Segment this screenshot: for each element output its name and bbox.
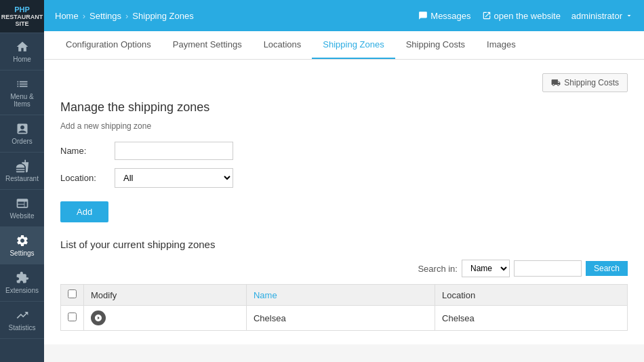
shipping-costs-btn-label: Shipping Costs (564, 78, 619, 87)
th-name[interactable]: Name (246, 285, 435, 306)
logo-site: SITE (15, 20, 28, 27)
sidebar-logo: PHP RESTAURANT SITE (0, 0, 44, 33)
statistics-icon (16, 308, 29, 322)
sidebar-label-restaurant: Restaurant (5, 175, 39, 182)
row-checkbox-cell (61, 306, 84, 331)
breadcrumb-home[interactable]: Home (55, 11, 79, 21)
sidebar-item-restaurant[interactable]: Restaurant (0, 153, 44, 190)
sidebar: PHP RESTAURANT SITE Home Menu &Items Ord… (0, 0, 44, 362)
sidebar-label-menu: Menu &Items (10, 93, 33, 108)
search-bar: Search in: Name Search (60, 260, 628, 277)
name-label: Name: (60, 146, 115, 156)
messages-link[interactable]: Messages (418, 11, 470, 21)
main-content: Home › Settings › Shipping Zones Message… (44, 0, 644, 362)
breadcrumb-sep-1: › (83, 11, 85, 21)
topnav-right: Messages open the website administrator (418, 11, 633, 21)
sidebar-label-website: Website (10, 212, 35, 220)
sidebar-item-extensions[interactable]: Extensions (0, 264, 44, 302)
content-area: Shipping Costs Manage the shipping zones… (44, 60, 644, 362)
select-all-checkbox[interactable] (68, 289, 77, 298)
manage-title: Manage the shipping zones (60, 100, 628, 115)
sidebar-item-website[interactable]: Website (0, 190, 44, 227)
extensions-icon (16, 271, 29, 285)
row-checkbox[interactable] (68, 313, 77, 321)
messages-label: Messages (430, 11, 470, 21)
search-in-label: Search in: (418, 264, 458, 274)
sidebar-label-orders: Orders (12, 138, 33, 145)
sidebar-item-statistics[interactable]: Statistics (0, 302, 44, 339)
sidebar-item-home[interactable]: Home (0, 33, 44, 71)
edit-button[interactable] (91, 310, 106, 325)
tabs: Configuration Options Payment Settings L… (44, 31, 644, 60)
logo-php: PHP (14, 5, 30, 14)
row-modify-cell (84, 306, 247, 331)
row-name-cell: Chelsea (246, 306, 435, 331)
tab-locations[interactable]: Locations (253, 31, 313, 59)
location-select[interactable]: All (115, 168, 233, 188)
name-row: Name: (60, 142, 628, 160)
website-icon (16, 197, 29, 210)
list-title: List of your current shipping zones (60, 239, 628, 250)
open-website-label: open the website (494, 11, 561, 21)
restaurant-icon (16, 159, 29, 173)
inner-panel: Shipping Costs Manage the shipping zones… (44, 60, 644, 344)
shipping-costs-btn-area: Shipping Costs (60, 73, 628, 92)
sidebar-item-menu-items[interactable]: Menu &Items (0, 71, 44, 115)
tab-images[interactable]: Images (476, 31, 527, 59)
home-icon (16, 40, 29, 54)
search-in-select[interactable]: Name (462, 260, 510, 277)
admin-label: administrator (571, 11, 622, 21)
name-input[interactable] (115, 142, 233, 160)
add-button[interactable]: Add (60, 201, 108, 222)
th-modify: Modify (84, 285, 247, 306)
settings-icon (16, 234, 29, 247)
tab-shipping-zones[interactable]: Shipping Zones (312, 31, 395, 59)
menu-icon (16, 77, 29, 91)
th-checkbox (61, 285, 84, 306)
admin-menu[interactable]: administrator (571, 11, 633, 21)
tab-shipping-costs[interactable]: Shipping Costs (395, 31, 476, 59)
sidebar-label-statistics: Statistics (8, 324, 35, 331)
sidebar-label-settings: Settings (9, 249, 34, 257)
th-location: Location (435, 285, 628, 306)
tab-config[interactable]: Configuration Options (55, 31, 162, 59)
breadcrumb-settings[interactable]: Settings (89, 11, 121, 21)
location-row: Location: All (60, 168, 628, 188)
topnav: Home › Settings › Shipping Zones Message… (44, 0, 644, 31)
table-row: Chelsea Chelsea (61, 306, 628, 331)
location-label: Location: (60, 173, 115, 183)
open-website-link[interactable]: open the website (482, 11, 561, 21)
table-header-row: Modify Name Location (61, 285, 628, 306)
row-location-cell: Chelsea (435, 306, 628, 331)
zones-table: Modify Name Location (60, 284, 628, 331)
shipping-costs-button[interactable]: Shipping Costs (542, 73, 628, 92)
sidebar-item-orders[interactable]: Orders (0, 115, 44, 153)
sidebar-label-home: Home (13, 56, 31, 63)
breadcrumb: Home › Settings › Shipping Zones (55, 11, 194, 21)
breadcrumb-shipping-zones: Shipping Zones (132, 11, 193, 21)
tab-payment[interactable]: Payment Settings (162, 31, 253, 59)
logo-restaurant: RESTAURANT (1, 14, 43, 20)
breadcrumb-sep-2: › (125, 11, 128, 21)
sidebar-label-extensions: Extensions (5, 287, 39, 294)
sidebar-item-settings[interactable]: Settings (0, 227, 44, 264)
list-section: List of your current shipping zones Sear… (60, 239, 628, 331)
manage-subtitle: Add a new shipping zone (60, 121, 628, 131)
orders-icon (16, 122, 29, 136)
search-input[interactable] (514, 260, 582, 277)
search-button[interactable]: Search (586, 261, 628, 276)
